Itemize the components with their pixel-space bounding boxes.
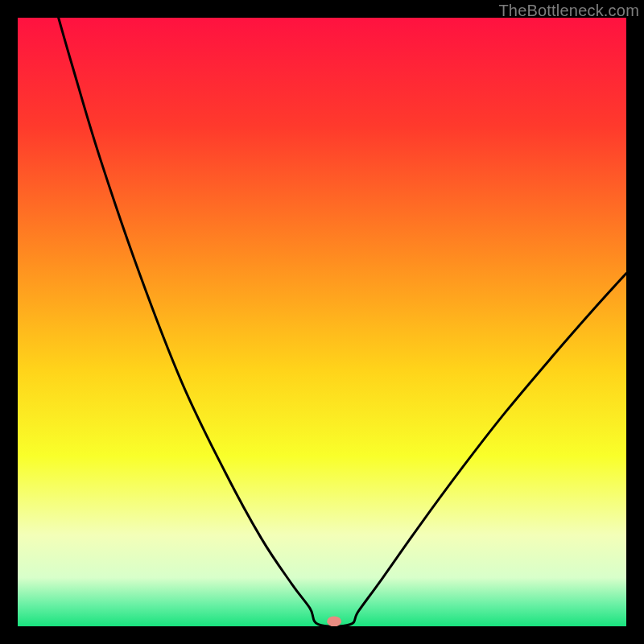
chart-svg [18,18,626,626]
plot-area [18,18,626,626]
gradient-background [18,18,626,626]
watermark-label: TheBottleneck.com [498,2,639,20]
chart-frame: TheBottleneck.com [0,0,644,644]
marker-dot [327,616,341,626]
